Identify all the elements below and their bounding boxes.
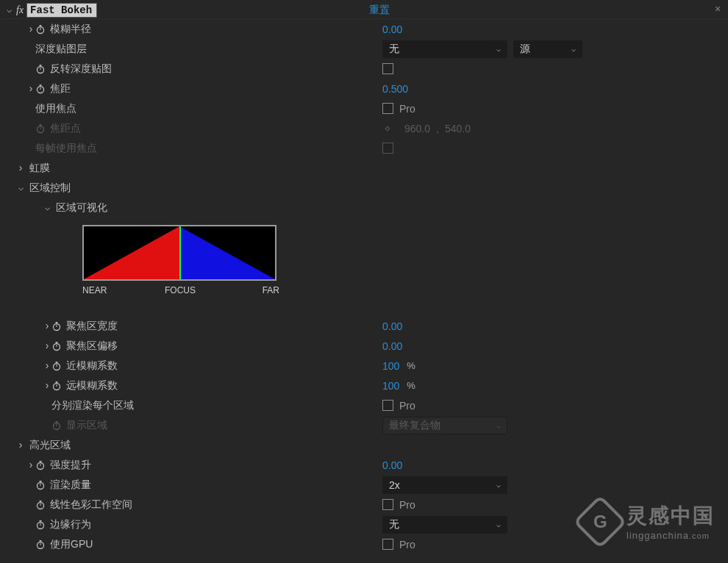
focal-point-label: 焦距点 (50, 122, 81, 135)
chevron-down-icon: ⌵ (496, 481, 501, 489)
stopwatch-icon[interactable] (35, 84, 46, 94)
stopwatch-icon[interactable] (51, 341, 62, 351)
focal-point-x: 960.0 (404, 123, 430, 135)
use-gpu-checkbox[interactable] (382, 539, 393, 550)
depth-layer-dropdown[interactable]: 无 ⌵ (382, 40, 507, 58)
viz-focus-label: FOCUS (165, 285, 196, 295)
range-control-label: 区域控制 (29, 182, 71, 195)
blur-radius-chevron[interactable] (26, 24, 35, 35)
render-each-checkbox[interactable] (382, 400, 393, 411)
blur-radius-value[interactable]: 0.00 (382, 24, 402, 35)
chevron-down-icon: ⌵ (496, 421, 501, 429)
near-triangle (84, 226, 179, 279)
invert-depth-label: 反转深度贴图 (50, 62, 112, 76)
near-blur-chevron[interactable] (43, 360, 51, 372)
pro-badge: Pro (399, 539, 415, 551)
stopwatch-icon (35, 123, 46, 134)
pro-badge: Pro (399, 400, 415, 412)
stopwatch-icon[interactable] (35, 64, 46, 74)
render-quality-value: 2x (389, 479, 400, 491)
near-blur-value[interactable]: 100 (382, 360, 399, 372)
use-focal-point-label: 使用焦点 (35, 102, 76, 115)
crosshair-icon (382, 123, 393, 134)
show-range-dropdown: 最终复合物 ⌵ (382, 417, 507, 434)
range-viz-label: 区域可视化 (56, 201, 107, 215)
render-quality-dropdown[interactable]: 2x ⌵ (382, 476, 507, 494)
blur-radius-label: 模糊半径 (50, 23, 91, 36)
effect-name-field[interactable]: Fast Bokeh (26, 3, 97, 18)
far-blur-label: 远模糊系数 (66, 379, 118, 392)
viz-far-label: FAR (263, 285, 279, 295)
show-range-value: 最终复合物 (389, 419, 440, 432)
edge-behavior-value: 无 (389, 518, 399, 531)
focal-distance-value[interactable]: 0.500 (382, 83, 408, 95)
depth-source-dropdown[interactable]: 源 ⌵ (513, 40, 582, 58)
highlight-label: 高光区域 (29, 439, 71, 452)
depth-layer-value: 无 (389, 43, 399, 56)
percent-unit: % (407, 360, 415, 371)
focal-distance-chevron[interactable] (26, 83, 35, 95)
chevron-down-icon: ⌵ (496, 45, 501, 53)
focus-offset-chevron[interactable] (43, 340, 51, 352)
effect-toggle-chevron[interactable] (4, 5, 13, 15)
use-focal-point-checkbox[interactable] (382, 103, 393, 114)
panel-close-button[interactable]: × (712, 3, 724, 15)
use-gpu-label: 使用GPU (50, 538, 93, 551)
percent-unit: % (407, 380, 415, 391)
each-frame-label: 每帧使用焦点 (35, 142, 97, 155)
stopwatch-icon[interactable] (51, 361, 62, 371)
edge-behavior-label: 边缘行为 (50, 518, 91, 531)
stopwatch-icon[interactable] (35, 500, 46, 510)
focus-offset-label: 聚焦区偏移 (66, 340, 118, 353)
range-control-chevron[interactable] (16, 183, 25, 193)
boost-chevron[interactable] (26, 459, 35, 471)
iris-label: 虹膜 (29, 162, 50, 175)
stopwatch-icon[interactable] (35, 24, 46, 35)
focus-width-value[interactable]: 0.00 (382, 320, 402, 332)
boost-label: 强度提升 (50, 459, 91, 472)
stopwatch-icon[interactable] (35, 539, 46, 550)
show-range-label: 显示区域 (66, 419, 107, 432)
stopwatch-icon[interactable] (51, 381, 62, 391)
chevron-down-icon: ⌵ (571, 45, 576, 53)
pro-badge: Pro (399, 499, 415, 511)
linear-color-checkbox[interactable] (382, 499, 393, 510)
invert-depth-checkbox[interactable] (382, 63, 393, 74)
linear-color-label: 线性色彩工作空间 (50, 498, 132, 512)
pro-badge: Pro (399, 103, 415, 115)
focus-offset-value[interactable]: 0.00 (382, 340, 402, 352)
effect-panel: × fx Fast Bokeh 重置 模糊半径 0.00 深度贴图层 无 ⌵ (0, 0, 728, 563)
stopwatch-icon[interactable] (51, 321, 62, 331)
focus-width-label: 聚焦区宽度 (66, 320, 118, 333)
boost-value[interactable]: 0.00 (382, 459, 402, 471)
effect-header: fx Fast Bokeh 重置 (0, 1, 728, 19)
depth-source-value: 源 (520, 43, 530, 56)
stopwatch-icon[interactable] (35, 480, 46, 490)
range-viz-chevron[interactable] (43, 203, 51, 213)
viz-near-label: NEAR (82, 285, 107, 295)
stopwatch-icon (51, 420, 62, 431)
far-blur-value[interactable]: 100 (382, 380, 399, 392)
chevron-down-icon: ⌵ (496, 520, 501, 528)
far-blur-chevron[interactable] (43, 380, 51, 392)
depth-layer-label: 深度贴图层 (35, 43, 87, 56)
fx-icon[interactable]: fx (16, 4, 24, 16)
reset-button[interactable]: 重置 (369, 4, 390, 17)
range-visualization: NEAR FOCUS FAR (0, 218, 728, 300)
focus-width-chevron[interactable] (43, 320, 51, 332)
focal-distance-label: 焦距 (50, 82, 71, 96)
focus-line (179, 225, 181, 281)
stopwatch-icon[interactable] (35, 460, 46, 470)
svg-rect-16 (385, 126, 390, 131)
render-each-label: 分别渲染每个区域 (51, 399, 134, 412)
near-blur-label: 近模糊系数 (66, 359, 118, 373)
focal-point-y: 540.0 (445, 123, 471, 135)
stopwatch-icon[interactable] (35, 520, 46, 530)
iris-chevron[interactable] (16, 162, 25, 174)
highlight-chevron[interactable] (16, 440, 25, 451)
viz-canvas (82, 225, 276, 281)
render-quality-label: 渲染质量 (50, 478, 91, 492)
edge-behavior-dropdown[interactable]: 无 ⌵ (382, 516, 507, 534)
each-frame-checkbox (382, 143, 393, 154)
far-triangle (179, 226, 275, 279)
